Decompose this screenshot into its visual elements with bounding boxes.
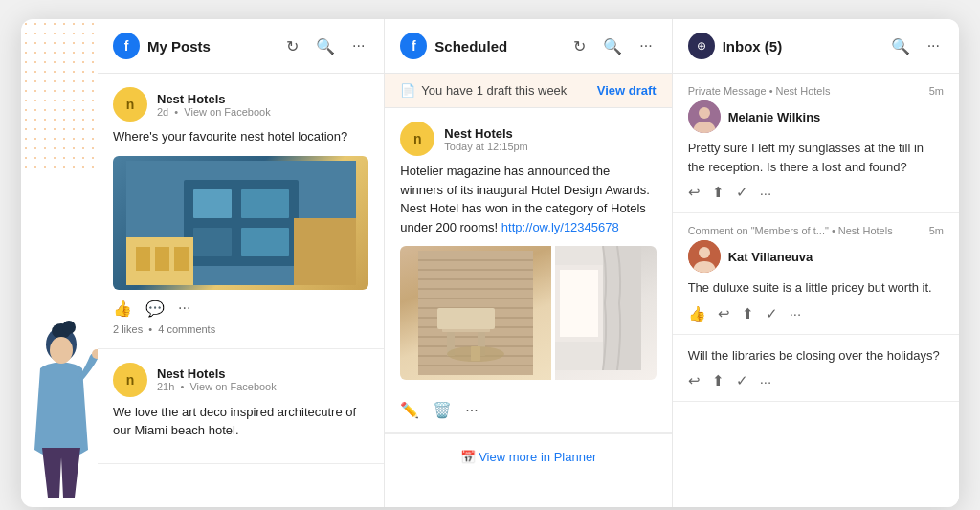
svg-rect-15 [174, 247, 189, 271]
check-button[interactable]: ✓ [736, 184, 748, 201]
svg-rect-9 [193, 228, 232, 256]
svg-rect-12 [294, 218, 356, 285]
scheduled-scroll: n Nest Hotels Today at 12:15pm Hotelier … [385, 108, 671, 507]
post-actions: 👍 💬 ··· [113, 299, 368, 318]
svg-rect-8 [241, 189, 289, 218]
post-item: n Nest Hotels 2d • View on Facebook Wher… [98, 74, 384, 349]
forward-button[interactable]: ⬆ [712, 372, 724, 389]
scheduled-refresh-button[interactable]: ↻ [569, 35, 590, 57]
svg-rect-14 [155, 247, 169, 271]
check-button[interactable]: ✓ [736, 372, 748, 389]
my-posts-search-button[interactable]: 🔍 [312, 35, 339, 57]
app-container: f My Posts ↻ 🔍 ··· n Nes [21, 19, 959, 507]
post-text: We love the art deco inspired architecut… [113, 403, 368, 440]
facebook-icon: f [124, 38, 129, 54]
my-posts-title: My Posts [147, 38, 282, 55]
inbox-item-meta-row: Comment on "Members of t..." • Nest Hote… [688, 225, 944, 236]
comment-button[interactable]: 💬 [145, 299, 165, 318]
hotel-image-panels [400, 246, 656, 380]
post-author-meta: 2d • View on Facebook [157, 106, 368, 118]
inbox-actions: ↩ ⬆ ✓ ··· [688, 184, 944, 201]
avatar: n [113, 87, 147, 122]
more-button[interactable]: ··· [465, 402, 478, 419]
inbox-item-meta-row: Private Message • Nest Hotels 5m [688, 85, 944, 97]
avatar-letter: n [413, 131, 422, 146]
inbox-search-button[interactable]: 🔍 [887, 35, 914, 57]
forward-button[interactable]: ⬆ [742, 305, 754, 322]
inbox-title: Inbox (5) [723, 38, 887, 55]
scheduled-post-image [400, 246, 656, 380]
edit-button[interactable]: ✏️ [400, 401, 419, 419]
delete-button[interactable]: 🗑️ [433, 401, 452, 419]
inbox-more-button[interactable]: ··· [924, 35, 944, 56]
scheduled-search-button[interactable]: 🔍 [599, 35, 626, 57]
columns-container: f My Posts ↻ 🔍 ··· n Nes [98, 19, 959, 507]
forward-button[interactable]: ⬆ [712, 184, 724, 201]
draft-banner: 📄 You have 1 draft this week View draft [385, 74, 671, 108]
hotel-image-right [555, 246, 656, 380]
my-posts-header: f My Posts ↻ 🔍 ··· [98, 19, 384, 74]
inbox-item-header: Melanie Wilkins [688, 100, 944, 133]
post-text: Hotelier magazine has announced the winn… [400, 162, 656, 236]
inbox-message-text: The duluxe suite is a little pricey but … [688, 278, 944, 298]
svg-rect-13 [136, 247, 150, 271]
view-draft-link[interactable]: View draft [597, 83, 657, 98]
draft-icon: 📄 [400, 83, 415, 98]
inbox-icon-container: ⊕ [688, 33, 715, 59]
reply-button[interactable]: ↩ [688, 184, 701, 201]
post-author: n Nest Hotels 2d • View on Facebook [113, 87, 368, 122]
inbox-time: 5m [929, 85, 944, 97]
reply-button[interactable]: ↩ [718, 305, 730, 322]
svg-point-2 [62, 321, 76, 334]
reply-button[interactable]: ↩ [688, 372, 701, 389]
inbox-scroll: Private Message • Nest Hotels 5m Melanie… [673, 74, 959, 507]
view-planner-link[interactable]: 📅 View more in Planner [460, 450, 597, 464]
svg-rect-39 [560, 270, 598, 337]
hotel-image-left [400, 246, 551, 380]
avatar: n [113, 363, 147, 397]
svg-rect-37 [603, 246, 641, 370]
inbox-column: ⊕ Inbox (5) 🔍 ··· Private Message • Nest… [673, 19, 959, 507]
svg-rect-7 [193, 189, 232, 218]
inbox-header: ⊕ Inbox (5) 🔍 ··· [673, 19, 959, 74]
svg-rect-10 [241, 228, 289, 256]
like-button[interactable]: 👍 [113, 299, 132, 318]
illustration-area [21, 19, 98, 507]
more-button[interactable]: ··· [760, 373, 772, 389]
more-button[interactable]: ··· [790, 305, 802, 322]
scheduled-more-button[interactable]: ··· [635, 35, 656, 56]
view-planner: 📅 View more in Planner [385, 433, 671, 478]
post-item: n Nest Hotels 21h • View on Facebook We … [98, 349, 384, 464]
avatar [688, 100, 721, 133]
svg-point-43 [699, 247, 710, 258]
inbox-actions: ↩ ⬆ ✓ ··· [688, 372, 944, 389]
my-posts-refresh-button[interactable]: ↻ [282, 35, 302, 57]
avatar: n [400, 122, 434, 156]
like-button[interactable]: 👍 [688, 305, 706, 322]
inbox-actions: 👍 ↩ ⬆ ✓ ··· [688, 305, 944, 322]
my-posts-actions: ↻ 🔍 ··· [282, 35, 368, 57]
inbox-time: 5m [929, 225, 944, 236]
inbox-header-actions: 🔍 ··· [887, 35, 944, 57]
more-button[interactable]: ··· [178, 299, 190, 317]
post-author: n Nest Hotels 21h • View on Facebook [113, 363, 368, 397]
inbox-icon: ⊕ [697, 39, 706, 53]
check-button[interactable]: ✓ [766, 305, 778, 322]
my-posts-more-button[interactable]: ··· [348, 35, 368, 56]
draft-banner-text: You have 1 draft this week [421, 83, 596, 98]
scheduled-title: Scheduled [434, 38, 569, 55]
post-link[interactable]: http://ow.ly/12345678 [501, 220, 619, 234]
inbox-item: Private Message • Nest Hotels 5m Melanie… [673, 74, 959, 213]
post-author-name: Nest Hotels [157, 366, 368, 381]
scheduled-actions: ↻ 🔍 ··· [569, 35, 656, 57]
inbox-item: Comment on "Members of t..." • Nest Hote… [673, 213, 959, 335]
more-button[interactable]: ··· [760, 185, 772, 201]
avatar [688, 240, 721, 273]
post-author-info: Nest Hotels 21h • View on Facebook [157, 366, 368, 392]
view-on-facebook-link-2[interactable]: View on Facebook [189, 381, 276, 392]
hotel-illustration [113, 156, 368, 290]
post-author-meta: 21h • View on Facebook [157, 381, 368, 392]
view-on-facebook-link[interactable]: View on Facebook [184, 106, 270, 118]
scheduled-icon: f [400, 33, 427, 59]
svg-point-4 [50, 337, 73, 364]
